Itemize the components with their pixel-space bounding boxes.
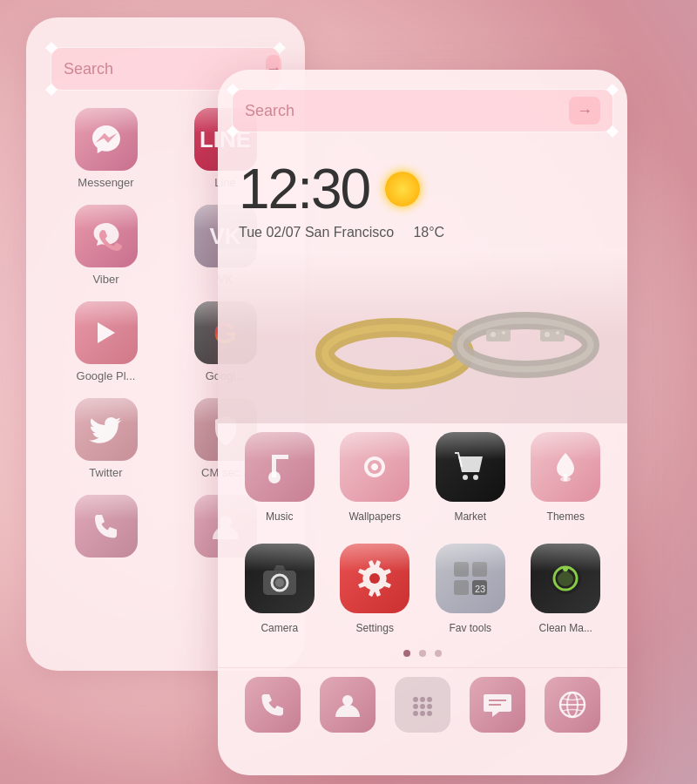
camera-label: Camera — [261, 622, 298, 634]
svg-point-9 — [502, 331, 505, 335]
dock-phone[interactable] — [245, 677, 301, 733]
page-dot-2[interactable] — [419, 650, 426, 657]
svg-point-36 — [420, 704, 425, 709]
svg-point-38 — [413, 711, 418, 716]
messenger-icon — [75, 108, 138, 171]
messenger-label: Messenger — [78, 176, 133, 189]
rings-svg — [290, 258, 621, 415]
viber-label: Viber — [92, 273, 118, 286]
svg-point-16 — [473, 475, 478, 480]
googleplay-icon — [75, 301, 138, 364]
music-label: Music — [266, 510, 293, 523]
market-label: Market — [454, 510, 486, 523]
svg-point-33 — [420, 697, 425, 702]
svg-rect-6 — [486, 329, 511, 341]
app-themes[interactable]: Themes — [522, 432, 611, 523]
dock-contact[interactable] — [320, 677, 376, 733]
settings-label: Settings — [356, 622, 394, 634]
app-settings[interactable]: Settings — [331, 544, 420, 634]
diamond-bl-front — [227, 125, 239, 138]
page-dots — [218, 643, 627, 664]
twitter-icon — [75, 398, 138, 461]
dock-menu-icon — [395, 677, 450, 733]
svg-point-22 — [369, 573, 380, 584]
themes-label: Themes — [547, 510, 585, 523]
search-input-front[interactable] — [245, 102, 569, 120]
cleanmaster-icon — [531, 544, 600, 613]
weather-sun-icon — [385, 172, 420, 206]
viber-icon — [75, 205, 138, 267]
app-messenger[interactable]: Messenger — [51, 108, 161, 189]
wallpapers-label: Wallpapers — [348, 510, 401, 523]
wallpapers-icon — [340, 432, 409, 502]
dock-menu[interactable] — [395, 677, 450, 733]
svg-point-11 — [556, 331, 559, 335]
dock — [218, 667, 627, 747]
phone2-icon — [75, 495, 138, 558]
app-viber[interactable]: Viber — [51, 205, 161, 286]
cleanmaster-label: Clean Ma... — [539, 622, 592, 634]
clock-section: 12:30 Tue 02/07 San Francisco 18°C — [218, 143, 627, 249]
search-arrow-front[interactable]: → — [569, 97, 600, 125]
app-favtools[interactable]: 23 Fav tools — [426, 544, 515, 634]
svg-point-21 — [275, 578, 284, 587]
dock-phone-icon — [245, 677, 301, 733]
dock-message[interactable] — [470, 677, 525, 733]
svg-rect-7 — [540, 329, 565, 341]
diamond-tl-front — [227, 84, 239, 96]
music-icon — [245, 432, 315, 502]
app-grid-front-row2: Camera Settings 23 Fav too — [218, 535, 627, 643]
svg-point-37 — [427, 704, 432, 709]
svg-rect-13 — [272, 455, 276, 477]
svg-rect-18 — [564, 474, 567, 481]
page-dot-1[interactable] — [403, 650, 410, 657]
camera-icon — [245, 544, 315, 613]
app-wallpapers[interactable]: Wallpapers — [331, 432, 420, 523]
clock-time: 12:30 — [239, 157, 369, 221]
svg-point-31 — [342, 695, 353, 706]
app-music[interactable]: Music — [235, 432, 324, 523]
search-bar-front: → — [232, 89, 613, 132]
svg-point-34 — [427, 697, 432, 702]
favtools-icon: 23 — [436, 544, 505, 613]
market-icon — [436, 432, 505, 502]
svg-point-8 — [491, 332, 496, 337]
svg-rect-14 — [276, 455, 288, 459]
diamond-br-front — [606, 125, 619, 138]
dock-globe[interactable] — [545, 677, 600, 733]
svg-point-32 — [413, 697, 418, 702]
favtools-label: Fav tools — [449, 622, 491, 634]
app-googleplay[interactable]: Google Pl... — [51, 301, 161, 382]
googleplay-label: Google Pl... — [77, 369, 136, 382]
app-grid-front-row1: Music Wallpapers Market — [218, 423, 627, 531]
dock-globe-icon — [545, 677, 600, 733]
svg-text:23: 23 — [475, 584, 485, 594]
settings-icon — [340, 544, 409, 613]
phone-front: → 12:30 Tue 02/07 San Francisco 18°C — [218, 70, 627, 775]
app-twitter[interactable]: Twitter — [51, 398, 161, 479]
clock-temp: 18°C — [413, 225, 444, 240]
diamond-tl — [45, 42, 58, 54]
twitter-label: Twitter — [89, 466, 122, 479]
svg-point-10 — [545, 332, 550, 337]
ring-image — [218, 249, 627, 423]
app-phone2[interactable] — [51, 495, 161, 563]
svg-point-39 — [420, 711, 425, 716]
diamond-tr — [274, 42, 286, 54]
svg-point-15 — [463, 475, 468, 480]
dock-contact-icon — [320, 677, 376, 733]
page-dot-3[interactable] — [435, 650, 442, 657]
svg-point-35 — [413, 704, 418, 709]
themes-icon — [531, 432, 600, 502]
svg-point-30 — [563, 566, 568, 571]
svg-rect-24 — [472, 562, 487, 577]
app-cleanmaster[interactable]: Clean Ma... — [522, 544, 611, 634]
svg-marker-0 — [98, 322, 115, 343]
app-camera[interactable]: Camera — [235, 544, 324, 634]
clock-date: Tue 02/07 San Francisco 18°C — [239, 225, 606, 240]
diamond-tr-front — [606, 84, 619, 96]
app-market[interactable]: Market — [426, 432, 515, 523]
dock-message-icon — [470, 677, 525, 733]
svg-rect-23 — [454, 562, 469, 577]
svg-rect-25 — [454, 580, 469, 595]
